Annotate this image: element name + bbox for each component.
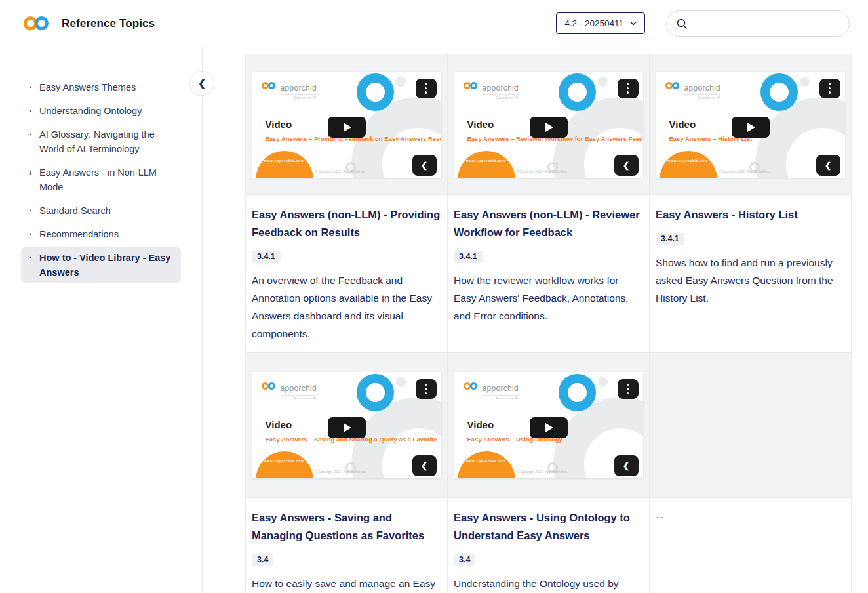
main-content: apporchid Enterprise AI Video Easy Answe… (203, 47, 868, 593)
kebab-menu-button[interactable] (416, 379, 437, 399)
apporchid-logo-icon: apporchid Enterprise AI (262, 382, 317, 400)
decorative-dot (396, 377, 406, 387)
copyright-text: © Copyright 2023 - App Orchid Inc. (315, 470, 366, 474)
sidebar-item-label: Easy Answers - in Non-LLM Mode (39, 165, 173, 194)
video-info-cell: Easy Answers (non-LLM) - Reviewer Workfl… (448, 195, 650, 353)
kebab-menu-button[interactable] (618, 379, 639, 399)
decorative-dot (800, 77, 810, 87)
video-thumbnail-cell: apporchid Enterprise AI Video Easy Answe… (448, 54, 650, 195)
play-button[interactable] (328, 117, 366, 138)
blue-ring-icon (760, 73, 798, 111)
orange-arc: www.apporchid.com (458, 151, 515, 178)
sidebar-item-recommendations[interactable]: · Recommendations (21, 223, 181, 245)
version-badge: 3.4.1 (252, 251, 281, 263)
video-thumbnail[interactable]: apporchid Enterprise AI Video Easy Answe… (252, 72, 441, 178)
sidebar-item-understanding-ontology[interactable]: · Understanding Ontology (21, 100, 181, 122)
bullet-icon: · (29, 127, 39, 142)
video-info-cell: Easy Answers - History List 3.4.1 Shows … (650, 195, 852, 353)
video-thumbnail[interactable]: apporchid Enterprise AI Video Easy Answe… (454, 72, 643, 178)
video-thumbnail[interactable]: apporchid Enterprise AI Video Easy Answe… (454, 372, 643, 478)
kebab-menu-icon (829, 83, 831, 94)
video-label: Video (266, 419, 292, 430)
search-box[interactable] (666, 10, 850, 37)
bullet-icon: · (29, 251, 39, 265)
brand-name: apporchid (281, 384, 317, 393)
apporchid-logo-icon (24, 15, 50, 32)
search-input[interactable] (693, 18, 840, 29)
video-thumbnail-cell: apporchid Enterprise AI Video Easy Answe… (448, 353, 650, 498)
thumbnail-chevron-button[interactable]: ❮ (412, 155, 437, 176)
video-thumbnail[interactable]: apporchid Enterprise AI Video Easy Answe… (656, 72, 845, 178)
video-label: Video (467, 119, 494, 130)
brand-name: apporchid (281, 83, 317, 92)
chevron-left-icon: ❮ (825, 161, 831, 170)
sidebar-item-label: Easy Answers Themes (39, 80, 136, 94)
sidebar-item-label: AI Glossary: Navigating the World of AI … (39, 127, 173, 156)
version-badge: 3.4.1 (656, 233, 684, 245)
play-icon (747, 123, 755, 132)
kebab-menu-button[interactable] (618, 79, 639, 98)
website-text: www.apporchid.com (660, 159, 717, 163)
sidebar-item-ai-glossary[interactable]: · AI Glossary: Navigating the World of A… (21, 123, 181, 160)
play-button[interactable] (732, 117, 770, 138)
blue-ring-icon (559, 73, 596, 111)
chevron-down-icon (630, 21, 637, 26)
video-thumbnail-cell: apporchid Enterprise AI Video Easy Answe… (246, 54, 448, 195)
version-selector-value: 4.2 - 20250411 (564, 18, 623, 28)
placeholder-cell: ... (650, 498, 852, 593)
play-button[interactable] (530, 417, 568, 438)
sidebar-item-easy-answers-non-llm[interactable]: › Easy Answers - in Non-LLM Mode (21, 161, 181, 198)
kebab-menu-button[interactable] (416, 79, 437, 98)
sidebar-item-how-to-video-library[interactable]: · How to - Video Library - Easy Answers (21, 247, 181, 283)
thumbnail-chevron-button[interactable]: ❮ (614, 455, 639, 476)
page-title: Reference Topics (62, 17, 155, 30)
kebab-menu-icon (425, 83, 427, 94)
sidebar-item-standard-search[interactable]: · Standard Search (21, 199, 181, 222)
play-icon (344, 423, 351, 432)
blue-ring-icon (357, 374, 394, 411)
video-title: Easy Answers - Saving and Managing Quest… (252, 509, 441, 544)
apporchid-logo-icon: apporchid Enterprise AI (464, 81, 519, 100)
bullet-icon: · (29, 203, 39, 218)
website-text: www.apporchid.com (458, 460, 515, 463)
video-title: Easy Answers (non-LLM) - Reviewer Workfl… (454, 206, 642, 241)
brand-subtitle: Enterprise AI (483, 395, 519, 400)
play-button[interactable] (328, 417, 366, 438)
kebab-menu-icon (627, 83, 629, 94)
bullet-icon: · (29, 80, 39, 94)
thumbnail-chevron-button[interactable]: ❮ (412, 455, 437, 476)
chevron-left-icon: ❮ (198, 78, 206, 89)
thumbnail-chevron-button[interactable]: ❮ (816, 155, 840, 176)
sidebar-item-label: Recommendations (39, 227, 119, 241)
chevron-left-icon: ❮ (421, 161, 427, 170)
chevron-right-icon: › (29, 165, 39, 180)
play-button[interactable] (530, 117, 568, 138)
brand-name: apporchid (483, 384, 519, 393)
empty-thumbnail-cell (650, 353, 852, 498)
website-text: www.apporchid.com (256, 159, 313, 163)
logo-o-icon (35, 16, 49, 30)
play-icon (545, 123, 553, 132)
sidebar-item-easy-answers-themes[interactable]: · Easy Answers Themes (21, 76, 181, 98)
thumbnail-chevron-button[interactable]: ❮ (614, 155, 639, 176)
kebab-menu-icon (627, 384, 629, 395)
copyright-text: © Copyright 2023 - App Orchid Inc. (315, 169, 366, 173)
orange-arc: www.apporchid.com (256, 451, 313, 478)
copyright-text: © Copyright 2023 - App Orchid Inc. (517, 470, 568, 474)
website-text: www.apporchid.com (256, 460, 313, 463)
video-thumbnail[interactable]: apporchid Enterprise AI Video Easy Answe… (252, 372, 441, 478)
kebab-menu-button[interactable] (819, 79, 840, 98)
decorative-dot (396, 77, 406, 87)
video-description: An overview of the Feedback and Annotati… (252, 272, 441, 342)
video-thumbnail-cell: apporchid Enterprise AI Video Easy Answe… (650, 54, 852, 195)
website-text: www.apporchid.com (458, 159, 515, 163)
version-badge: 3.4.1 (454, 251, 483, 263)
collapse-sidebar-button[interactable]: ❮ (189, 71, 214, 96)
brand-subtitle: Enterprise AI (281, 94, 317, 100)
version-selector[interactable]: 4.2 - 20250411 (556, 12, 645, 34)
sidebar-item-label: How to - Video Library - Easy Answers (39, 251, 173, 279)
video-description: How the reviewer workflow works for Easy… (454, 272, 642, 325)
brand-name: apporchid (483, 83, 519, 92)
blue-ring-icon (357, 73, 394, 111)
sidebar: · Easy Answers Themes · Understanding On… (0, 47, 203, 593)
